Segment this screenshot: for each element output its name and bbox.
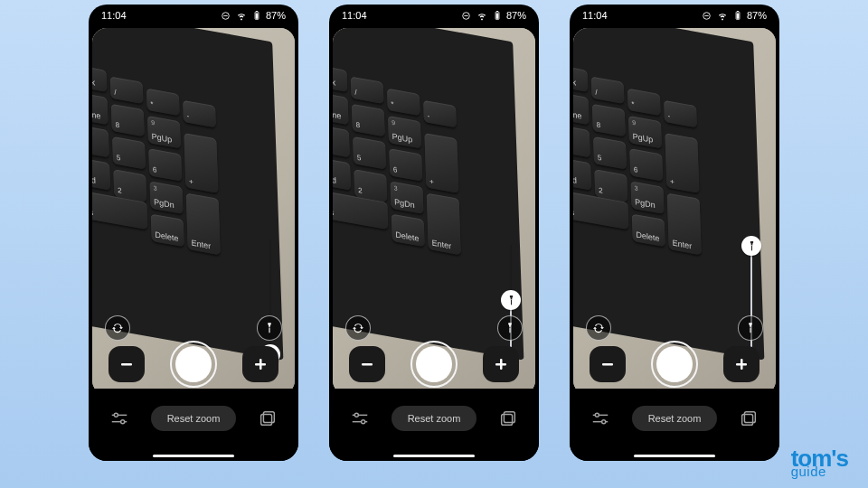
battery-percent: 87%: [506, 10, 526, 21]
bottom-bar: Reset zoom: [570, 389, 779, 461]
svg-point-43: [602, 420, 606, 424]
zoom-out-button[interactable]: [590, 346, 626, 382]
shutter-button[interactable]: [410, 341, 458, 388]
phone-2: 11:0487%NumLock/*-7Home89PgUp456+1End23P…: [329, 5, 539, 461]
camera-switch-button[interactable]: [345, 315, 371, 341]
svg-rect-14: [263, 412, 274, 423]
svg-rect-37: [602, 363, 613, 366]
settings-icon[interactable]: [108, 408, 130, 429]
status-right: 87%: [460, 9, 526, 22]
battery-percent: 87%: [747, 10, 767, 21]
svg-rect-4: [256, 11, 258, 12]
dnd-icon: [460, 10, 472, 22]
bottom-bar: Reset zoom: [89, 389, 298, 461]
bottom-bar: Reset zoom: [329, 389, 539, 461]
zoom-actions: [333, 339, 535, 389]
phone-3: 11:0487%NumLock/*-7Home89PgUp456+1End23P…: [570, 5, 779, 461]
status-right: 87%: [701, 9, 767, 22]
settings-icon[interactable]: [590, 408, 611, 429]
wifi-icon: [476, 9, 488, 22]
gallery-icon[interactable]: [497, 408, 519, 429]
home-indicator[interactable]: [153, 455, 234, 457]
zoom-in-button[interactable]: [483, 346, 519, 382]
svg-rect-31: [502, 414, 513, 425]
battery-percent: 87%: [266, 10, 286, 21]
zoom-actions: [573, 339, 776, 389]
dnd-icon: [701, 10, 712, 22]
flashlight-button[interactable]: [738, 315, 763, 341]
svg-rect-20: [496, 11, 498, 12]
svg-point-40: [595, 413, 599, 417]
svg-rect-7: [259, 359, 262, 370]
stage: 11:0487%NumLock/*-7Home89PgUp456+1End23P…: [0, 0, 868, 488]
zoom-in-button[interactable]: [242, 346, 278, 382]
wifi-icon: [235, 9, 248, 22]
wifi-icon: [716, 9, 729, 22]
svg-rect-5: [121, 363, 132, 366]
viewfinder[interactable]: NumLock/*-7Home89PgUp456+1End23PgDnEnter…: [573, 28, 776, 395]
svg-rect-35: [737, 14, 740, 19]
zoom-in-button[interactable]: [723, 346, 760, 382]
battery-icon: [251, 9, 262, 22]
settings-icon[interactable]: [349, 408, 371, 429]
svg-point-8: [114, 413, 118, 417]
brightness-thumb[interactable]: [741, 236, 761, 256]
home-indicator[interactable]: [634, 455, 715, 457]
phone-1: 11:0487%NumLock/*-7Home89PgUp456+1End23P…: [89, 5, 298, 461]
battery-icon: [732, 9, 743, 22]
svg-rect-36: [737, 11, 739, 12]
photo-keyboard: NumLock/*-7Home89PgUp456+1End23PgDnEnter…: [573, 28, 755, 359]
svg-rect-19: [496, 14, 499, 19]
home-indicator[interactable]: [393, 455, 475, 457]
clock: 11:04: [342, 10, 367, 21]
svg-rect-39: [741, 359, 743, 370]
status-bar: 11:0487%: [89, 5, 298, 26]
photo-keyboard: NumLock/*-7Home89PgUp456+1End23PgDnEnter…: [333, 28, 514, 359]
flashlight-button[interactable]: [257, 315, 282, 341]
svg-point-27: [362, 420, 365, 424]
viewfinder[interactable]: NumLock/*-7Home89PgUp456+1End23PgDnEnter…: [92, 28, 295, 395]
svg-rect-21: [362, 363, 373, 366]
photo-keyboard: NumLock/*-7Home89PgUp456+1End23PgDnEnter…: [92, 28, 274, 359]
svg-point-11: [121, 420, 125, 424]
status-bar: 11:0487%: [570, 5, 779, 26]
flashlight-button[interactable]: [497, 315, 523, 341]
status-bar: 11:0487%: [329, 5, 539, 26]
camera-switch-button[interactable]: [105, 315, 130, 341]
gallery-icon[interactable]: [257, 408, 278, 429]
gallery-icon[interactable]: [738, 408, 760, 429]
reset-zoom-button[interactable]: Reset zoom: [151, 406, 237, 431]
brightness-thumb[interactable]: [501, 290, 521, 310]
svg-rect-46: [744, 412, 755, 423]
status-right: 87%: [220, 9, 286, 22]
reset-zoom-button[interactable]: Reset zoom: [632, 406, 718, 431]
clock: 11:04: [582, 10, 608, 21]
watermark: tom's guide: [791, 449, 848, 477]
shutter-button[interactable]: [651, 341, 698, 388]
battery-icon: [492, 9, 503, 22]
shutter-button[interactable]: [170, 341, 217, 388]
zoom-out-button[interactable]: [108, 346, 145, 382]
svg-rect-23: [500, 359, 503, 370]
zoom-actions: [92, 339, 295, 389]
clock: 11:04: [101, 10, 127, 21]
reset-zoom-button[interactable]: Reset zoom: [392, 406, 477, 431]
svg-point-24: [354, 413, 358, 417]
svg-rect-30: [504, 412, 514, 423]
dnd-icon: [220, 10, 231, 22]
viewfinder[interactable]: NumLock/*-7Home89PgUp456+1End23PgDnEnter…: [333, 28, 535, 395]
camera-switch-button[interactable]: [586, 315, 611, 341]
svg-rect-3: [256, 14, 259, 19]
svg-rect-47: [742, 414, 753, 425]
svg-rect-15: [261, 414, 272, 425]
zoom-out-button[interactable]: [349, 346, 385, 382]
